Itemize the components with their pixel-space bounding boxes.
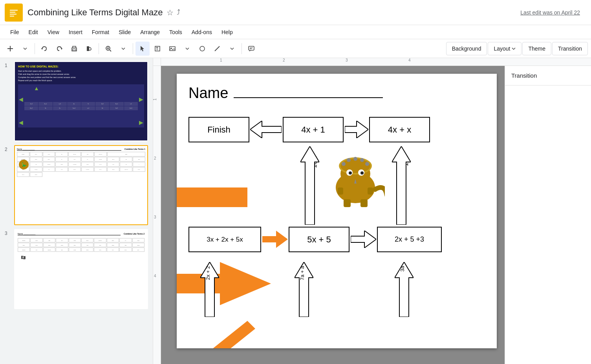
menu-slide[interactable]: Slide [115, 27, 135, 37]
shape-tool[interactable] [195, 42, 209, 56]
background-button[interactable]: Background [446, 42, 487, 55]
box-3x2x5x: 3x + 2x + 5x [188, 227, 261, 252]
slide-number-2: 2 [5, 145, 11, 152]
ruler-tick-3: 3 [346, 58, 348, 62]
svg-rect-22 [249, 46, 254, 50]
green-arrow-top: ▲ [34, 85, 39, 91]
svg-marker-28 [392, 146, 411, 225]
menu-format[interactable]: Format [88, 27, 113, 37]
maze-grid: 5x-3 2x+1 x+3 4x 7x 3x-2 6x+1 x-5 4x+2 3… [24, 102, 138, 110]
doc-title: Combining Like Terms Digital Maze [27, 7, 163, 18]
svg-marker-25 [250, 121, 282, 138]
zoom-button[interactable] [101, 42, 115, 56]
svg-rect-41 [368, 187, 373, 195]
slide3-dino-thumb: 🏴‍☠️ [21, 255, 26, 260]
zoom-dropdown[interactable] [116, 42, 130, 56]
up-arrow-left [300, 146, 319, 226]
menu-view[interactable]: View [44, 27, 63, 37]
text-tool[interactable]: T [150, 42, 165, 56]
arrow-5x5-to-2x5 [351, 231, 376, 249]
svg-point-42 [342, 162, 346, 166]
redo-button[interactable] [52, 42, 66, 56]
svg-point-32 [340, 159, 370, 173]
line-tool[interactable] [210, 42, 224, 56]
svg-text:T: T [156, 47, 158, 51]
slide2-dino-thumb: 🦕 [19, 160, 29, 169]
editor-area: 1 2 3 4 1 2 3 4 Name [153, 58, 591, 364]
svg-line-13 [110, 50, 111, 51]
menu-insert[interactable]: Insert [65, 27, 86, 37]
undo-button[interactable] [37, 42, 51, 56]
add-button[interactable] [3, 42, 17, 56]
image-tool[interactable] [165, 42, 179, 56]
svg-point-20 [200, 46, 205, 51]
slide2-header-row: Name ___________ Combine Like Terms 1 [17, 148, 145, 151]
green-arrow-left: ◀ [19, 96, 23, 102]
label-7aa: 7a + a [299, 266, 305, 280]
svg-marker-49 [177, 176, 247, 219]
star-icon[interactable]: ☆ [167, 8, 174, 17]
large-orange-arrow-diagonal[interactable] [177, 321, 255, 348]
slide2-combine: Combine Like Terms 1 [124, 148, 145, 151]
menu-help[interactable]: Help [218, 27, 237, 37]
slide-canvas[interactable]: Name Finish [177, 74, 497, 348]
svg-point-35 [349, 171, 352, 175]
paint-format-button[interactable] [82, 42, 96, 56]
slide-number-1: 1 [5, 61, 11, 68]
svg-point-44 [353, 157, 357, 161]
slide-thumb-1[interactable]: HOW TO USE DIGITAL MAZES: Start at the s… [14, 61, 148, 141]
separator-4 [242, 43, 242, 54]
right-panel-content [505, 86, 591, 98]
add-dropdown-button[interactable] [18, 42, 32, 56]
svg-rect-38 [344, 199, 351, 207]
select-tool[interactable] [135, 42, 150, 56]
horizontal-ruler: 1 2 3 4 [153, 58, 591, 66]
green-arrow-right: ▶ [139, 96, 143, 102]
name-underline [234, 97, 383, 98]
menu-addons[interactable]: Add-ons [188, 27, 216, 37]
menu-tools[interactable]: Tools [165, 27, 186, 37]
large-orange-arrow-right[interactable] [177, 262, 271, 307]
green-arrow-bottom-right: ▶ [139, 119, 143, 126]
svg-line-21 [215, 46, 220, 51]
slide-number-3: 3 [5, 229, 11, 236]
line-dropdown[interactable] [225, 42, 239, 56]
dino-image [322, 146, 389, 209]
comment-button[interactable] [244, 42, 258, 56]
finish-box: Finish [188, 117, 249, 142]
slide1-title: HOW TO USE DIGITAL MAZES: [18, 65, 144, 68]
svg-marker-47 [262, 231, 288, 248]
menu-arrange[interactable]: Arrange [136, 27, 164, 37]
transition-button[interactable]: Transition [552, 42, 588, 55]
layout-button[interactable]: Layout [488, 42, 521, 55]
image-dropdown[interactable] [180, 42, 194, 56]
svg-rect-3 [10, 14, 16, 15]
theme-button[interactable]: Theme [522, 42, 551, 55]
slide-item-1: 1 HOW TO USE DIGITAL MAZES: Start at the… [5, 61, 148, 141]
slide3-maze: 3x+x+5y 2x+3y Start 5y-1 4x+3y 2x+3y 5x+… [17, 237, 145, 253]
slide2-maze-grid: Finish 4x+1 4x+x 5x 3x+4x 7ax 2x+x+3 Sta… [17, 152, 145, 177]
svg-marker-26 [345, 121, 368, 138]
large-orange-arrow-left[interactable] [177, 176, 247, 220]
name-label: Name [188, 85, 228, 102]
svg-point-46 [365, 162, 369, 166]
last-edit: Last edit was on April 22 [520, 9, 580, 16]
svg-point-43 [347, 158, 351, 162]
slide-thumb-3[interactable]: Name ___________ Combine Like Terms 2 3x… [14, 229, 148, 309]
box-5x5: 5x + 5 [289, 227, 349, 252]
menu-file[interactable]: File [6, 27, 23, 37]
menu-edit[interactable]: Edit [25, 27, 42, 37]
canvas-area: Name Finish [161, 66, 505, 364]
svg-rect-40 [338, 187, 343, 195]
ruler-tick-1: 1 [220, 58, 222, 62]
label-3a: 3a [399, 266, 405, 271]
svg-rect-18 [170, 47, 175, 51]
ruler-tick-4: 4 [408, 58, 411, 62]
print-button[interactable] [67, 42, 81, 56]
slide1-maze: 5x-3 2x+1 x+3 4x 7x 3x-2 6x+1 x-5 4x+2 3… [18, 84, 144, 127]
up-arrow-right [392, 146, 411, 226]
label-2x2: 2x + 2 [205, 266, 211, 280]
separator-3 [133, 43, 133, 54]
slide-thumb-2[interactable]: Name ___________ Combine Like Terms 1 Fi… [14, 145, 148, 225]
share-icon[interactable]: ⤴ [177, 8, 180, 16]
